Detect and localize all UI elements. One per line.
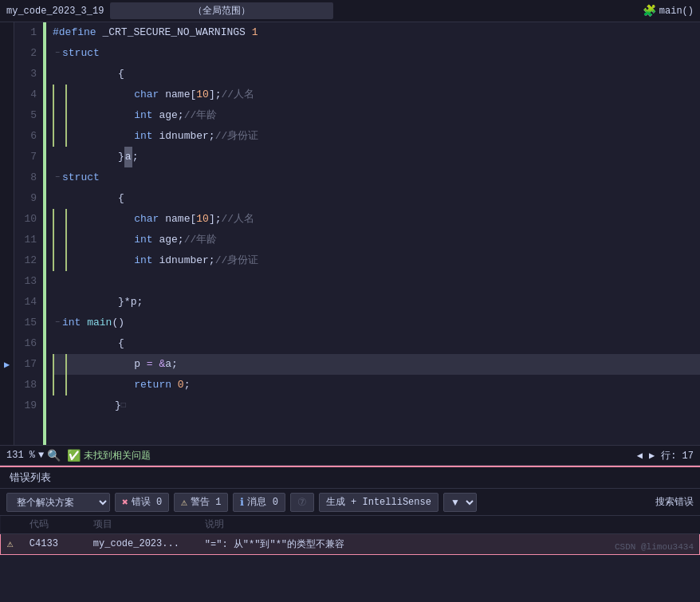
code-line-8: −struct [53,167,700,188]
zoom-control[interactable]: 131 % ▼ 🔍 [6,449,61,462]
code-line-1: #define _CRT_SECURE_NO_WARNINGS 1 [53,22,700,43]
warning-row-icon: ⚠ [7,538,14,550]
error-row-1[interactable]: ⚠ C4133 my_code_2023... "=": 从"*"到"*"的类型… [1,533,700,554]
function-indicator: 🧩 main() [643,4,694,18]
code-line-2: −struct [53,43,700,64]
func-icon: 🧩 [643,4,656,18]
build-select[interactable]: ▼ [443,493,477,512]
code-editor[interactable]: ▶ 1 2 3 4 5 6 7 8 9 10 11 12 13 14 15 16… [0,22,700,445]
status-nav: ◀ ▶ 行: 17 [637,449,694,462]
error-icon: ✖ [122,496,128,509]
col-extra-header [652,516,700,533]
current-line-arrow: ▶ [0,354,14,375]
error-panel-title: 错误列表 [0,467,700,489]
code-line-10: char name[10];//人名 [53,209,700,230]
error-panel: 错误列表 整个解决方案 ✖ 错误 0 ⚠ 警告 1 ℹ 消息 0 ⑦ 生成 + … [0,466,700,555]
row-code: C4133 [23,533,87,554]
row-icon: ⚠ [1,533,23,554]
status-ok: ✅ 未找到相关问题 [67,449,151,462]
error-toolbar: 整个解决方案 ✖ 错误 0 ⚠ 警告 1 ℹ 消息 0 ⑦ 生成 + Intel… [0,489,700,516]
code-line-14: }*p; [53,292,700,313]
code-line-19: }□ [53,395,700,416]
file-name[interactable]: my_code_2023_3_19 [6,6,104,17]
code-line-13 [53,271,700,292]
ok-icon: ✅ [67,449,81,462]
code-line-6: int idnumber;//身份证 [53,126,700,147]
code-line-18: return 0; [53,375,700,395]
code-line-9: { [53,188,700,209]
code-line-16: { [53,333,700,354]
col-icon-header [1,516,23,533]
error-btn[interactable]: ✖ 错误 0 [115,493,169,512]
code-line-11: int age;//年龄 [53,230,700,250]
code-line-4: char name[10];//人名 [53,85,700,105]
warning-icon: ⚠ [181,496,187,509]
scope-selector[interactable]: （全局范围） [110,2,333,19]
col-project-header: 项目 [87,516,199,533]
filter-btn[interactable]: ⑦ [290,493,314,512]
line-numbers: 1 2 3 4 5 6 7 8 9 10 11 12 13 14 15 16 1… [14,22,43,445]
error-table-container: 代码 项目 说明 ⚠ C4133 my_code_2023... "=": 从"… [0,516,700,555]
message-icon: ℹ [240,496,244,509]
code-line-12: int idnumber;//身份证 [53,250,700,271]
scope-select[interactable]: 整个解决方案 [6,493,110,512]
error-table: 代码 项目 说明 ⚠ C4133 my_code_2023... "=": 从"… [0,516,700,555]
code-line-3: { [53,64,700,85]
build-btn[interactable]: 生成 + IntelliSense [319,493,438,512]
message-btn[interactable]: ℹ 消息 0 [233,493,285,512]
line-indicator: 行: 17 [661,449,694,462]
code-line-15: −int main() [53,313,700,333]
col-desc-header: 说明 [199,516,652,533]
code-line-7: }a; [53,147,700,167]
col-code-header: 代码 [23,516,87,533]
zoom-level: 131 % [6,450,35,461]
code-line-5: int age;//年龄 [53,105,700,126]
code-text[interactable]: #define _CRT_SECURE_NO_WARNINGS 1 −struc… [46,22,700,445]
warning-btn[interactable]: ⚠ 警告 1 [174,493,228,512]
status-ok-text: 未找到相关问题 [84,449,151,462]
zoom-dropdown-icon[interactable]: ▼ [38,450,44,461]
search-label: 搜索错误 [655,495,694,509]
code-line-17: p = &a; [53,354,700,375]
status-icon: 🔍 [47,449,61,462]
left-gutter: ▶ [0,22,14,445]
row-project: my_code_2023... [87,533,199,554]
title-bar: my_code_2023_3_19 （全局范围） 🧩 main() [0,0,700,22]
row-description: "=": 从"*"到"*"的类型不兼容 [199,533,652,554]
nav-right-btn[interactable]: ▶ [649,450,655,462]
watermark: CSDN @limou3434 [615,542,694,552]
filter-icon: ⑦ [297,496,307,509]
status-bar: 131 % ▼ 🔍 ✅ 未找到相关问题 ◀ ▶ 行: 17 [0,445,700,466]
nav-left-btn[interactable]: ◀ [637,450,643,462]
